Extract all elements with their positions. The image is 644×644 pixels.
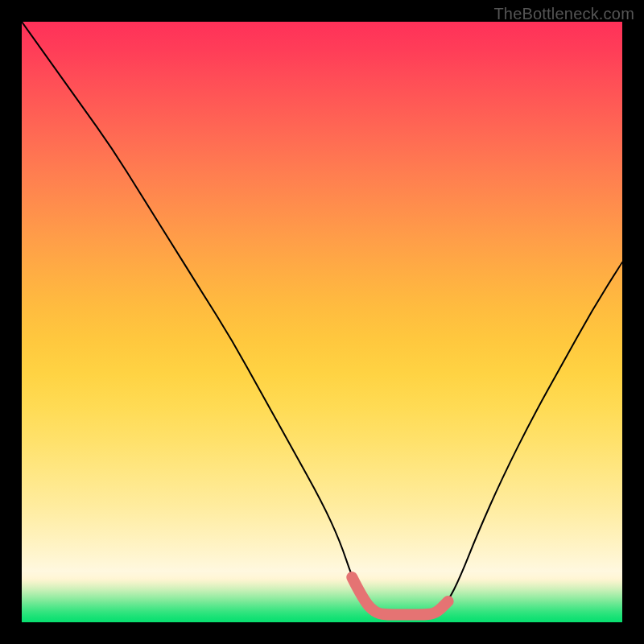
chart-stage: TheBottleneck.com (0, 0, 644, 644)
bottleneck-curve (22, 22, 622, 619)
bottom-highlight (352, 577, 448, 615)
plot-area (22, 22, 622, 622)
curve-layer (22, 22, 622, 622)
watermark-text: TheBottleneck.com (493, 5, 634, 23)
